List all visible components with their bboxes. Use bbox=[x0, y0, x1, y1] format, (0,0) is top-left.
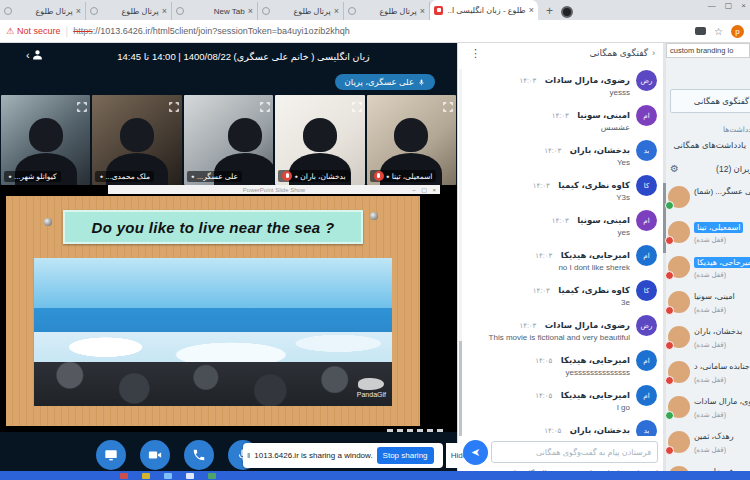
sidebar-item-public-chat[interactable]: گفتگوی همگانی bbox=[670, 89, 750, 113]
webcam-strip: ٭ کیوانلو شهر... ٭ ملک محمدی... bbox=[1, 95, 456, 185]
navigation-sidebar: custom branding lo گفتگوی همگانی یادداشت… bbox=[663, 43, 750, 480]
presentation-area: PowerPoint Slide Show – ▢ × Do you like … bbox=[0, 185, 457, 437]
webcam-name-label: ٭ ملک محمدی... bbox=[95, 171, 154, 182]
fullscreen-icon[interactable] bbox=[77, 98, 87, 116]
tab-close-icon[interactable]: × bbox=[162, 7, 167, 16]
chat-message: کا کاوه نظری، کیمیا ۱۴:۰۳ Y3s bbox=[466, 174, 657, 202]
tab-close-icon[interactable]: × bbox=[334, 7, 339, 16]
media-cast-icon[interactable] bbox=[695, 27, 706, 35]
webcam-tile[interactable]: ٭ اسمعیلی، تینا bbox=[367, 95, 456, 185]
not-secure-label: Not secure bbox=[17, 26, 61, 36]
talking-user-name: علی عسگری، پریان bbox=[345, 77, 414, 87]
chat-message: بد بدخشان، باران ۱۴:۰۳ Yes bbox=[466, 139, 657, 167]
fullscreen-icon[interactable] bbox=[260, 98, 270, 116]
screenshare-button[interactable] bbox=[96, 440, 126, 470]
participants-icon[interactable]: ‹ bbox=[26, 48, 44, 61]
user-list-item[interactable]: بدخشان، باران (قفل شده) bbox=[663, 323, 750, 358]
webcam-tile[interactable]: ٭ ملک محمدی... bbox=[92, 95, 181, 185]
address-bar[interactable]: ⚠ Not secure | https://1013.6426.ir/html… bbox=[0, 20, 750, 43]
maximize-button[interactable]: ▢ bbox=[725, 1, 733, 10]
chat-scrollbar[interactable] bbox=[459, 69, 462, 436]
star-icon: ٭ bbox=[8, 172, 12, 181]
chevron-icon[interactable]: ‹ bbox=[652, 48, 655, 58]
send-message-button[interactable]: ➤ bbox=[463, 440, 488, 465]
user-status-badge bbox=[665, 306, 674, 315]
message-time: ۱۴:۰۳ bbox=[552, 112, 569, 119]
avatar: رض bbox=[636, 315, 657, 336]
muted-mic-icon bbox=[374, 171, 384, 181]
not-secure-warning-icon: ⚠ bbox=[6, 26, 14, 36]
webcam-name-label: ٭ بدخشان، باران bbox=[278, 170, 349, 182]
user-list-item[interactable]: علی عسگر... (شما) bbox=[663, 183, 750, 218]
user-list-item[interactable]: اسمعیلی، تینا (قفل شده) bbox=[663, 218, 750, 253]
user-list-item[interactable]: میرحاجی، هیدیکا (قفل شده) bbox=[663, 253, 750, 288]
taskbar-icon[interactable] bbox=[186, 473, 194, 479]
chat-message: رض رضوی، مارال سادات ۱۴:۰۳ yesss bbox=[466, 69, 657, 97]
fullscreen-icon[interactable] bbox=[352, 98, 362, 116]
user-status-badge bbox=[665, 376, 674, 385]
phone-button[interactable] bbox=[184, 440, 214, 470]
message-sender: امیرحایی، هیدیکا bbox=[561, 390, 630, 400]
message-text: yes bbox=[466, 228, 630, 237]
meeting-header: ‹ زبان انگلیسی ( خانم علی عسگری) 1400/08… bbox=[0, 43, 457, 69]
active-browser-tab[interactable]: طلوع - زبان انگلیسی ا.. × bbox=[430, 0, 538, 20]
star-icon: ٭ bbox=[191, 172, 195, 181]
tab-close-icon[interactable]: × bbox=[529, 6, 534, 15]
message-text: This movie is fictional and very beautif… bbox=[466, 333, 630, 342]
browser-tab[interactable]: New Tab × bbox=[172, 2, 258, 20]
message-sender: امیرحایی، هیدیکا bbox=[561, 355, 630, 365]
user-status-badge bbox=[665, 446, 674, 455]
user-list-item[interactable]: رضوی، مارال سادات (قفل شده) bbox=[663, 393, 750, 428]
participant-name: اسمعیلی، تینا bbox=[392, 172, 433, 181]
taskbar-icon[interactable] bbox=[142, 473, 150, 479]
star-icon: ٭ bbox=[386, 172, 390, 181]
tab-close-icon[interactable]: × bbox=[248, 7, 253, 16]
watermark-text: PandaGif bbox=[357, 391, 386, 398]
avatar: کا bbox=[636, 175, 657, 196]
message-time: ۱۴:۰۳ bbox=[552, 217, 569, 224]
user-name: اسمعیلی، تینا bbox=[694, 222, 743, 233]
tab-close-icon[interactable]: × bbox=[76, 7, 81, 16]
chat-options-icon[interactable]: ⋮ bbox=[470, 47, 481, 60]
minimize-button[interactable]: — bbox=[708, 1, 716, 10]
window-controls: — ▢ × bbox=[708, 1, 746, 10]
webcam-tile[interactable]: ٭ علی عسگر... bbox=[184, 95, 273, 185]
os-taskbar[interactable] bbox=[0, 471, 750, 480]
close-button[interactable]: × bbox=[741, 1, 746, 10]
webcam-tile[interactable]: ٭ کیوانلو شهر... bbox=[1, 95, 90, 185]
tab-close-icon[interactable]: × bbox=[420, 7, 425, 16]
gear-icon[interactable]: ⚙ bbox=[670, 163, 679, 174]
message-text: 3e bbox=[466, 298, 630, 307]
message-time: ۱۴:۰۳ bbox=[533, 182, 550, 189]
browser-tab[interactable]: پرتال طلوع × bbox=[86, 2, 172, 20]
new-tab-button[interactable]: + bbox=[546, 4, 553, 18]
chat-message-input[interactable] bbox=[491, 441, 658, 463]
message-sender: امینی، سونیا bbox=[577, 110, 630, 120]
message-time: ۱۴:۰۳ bbox=[544, 147, 561, 154]
browser-tab[interactable]: پرتال طلوع × bbox=[0, 2, 86, 20]
bookmark-star-icon[interactable]: ☆ bbox=[714, 26, 723, 37]
custom-branding-area: custom branding lo bbox=[666, 43, 750, 58]
browser-profile-avatar[interactable]: p bbox=[731, 25, 744, 38]
browser-tab[interactable]: پرتال طلوع × bbox=[344, 2, 430, 20]
chat-message: بد بدخشان، باران ۱۴:۰۵ Yes I do bbox=[466, 419, 657, 436]
shared-window-titlebar: PowerPoint Slide Show – ▢ × bbox=[108, 185, 440, 194]
talking-indicator-pill[interactable]: علی عسگری، پریان bbox=[335, 74, 435, 90]
fullscreen-icon[interactable] bbox=[169, 98, 179, 116]
stop-sharing-button[interactable]: Stop sharing bbox=[377, 447, 434, 464]
chat-message: ام امیرحایی، هیدیکا ۱۴:۰۵ I go bbox=[466, 384, 657, 412]
user-list-item[interactable]: جنابده سامانی، د... (قفل شده) bbox=[663, 358, 750, 393]
camera-button[interactable] bbox=[140, 440, 170, 470]
webcam-tile[interactable]: ٭ بدخشان، باران bbox=[275, 95, 364, 185]
sidebar-item-shared-notes[interactable]: یادداشت‌های همگانی bbox=[673, 140, 746, 150]
browser-circle-icon[interactable] bbox=[561, 6, 573, 18]
fullscreen-icon[interactable] bbox=[443, 98, 453, 116]
browser-tab[interactable]: پرتال طلوع × bbox=[258, 2, 344, 20]
taskbar-icon[interactable] bbox=[208, 473, 216, 479]
taskbar-icon[interactable] bbox=[164, 473, 172, 479]
user-list-item[interactable]: رهدک، ثمین (قفل شده) bbox=[663, 428, 750, 463]
user-list-item[interactable]: امینی، سونیا (قفل شده) bbox=[663, 288, 750, 323]
user-name: رضوی، مارال سادات bbox=[694, 397, 750, 406]
tab-title: پرتال طلوع bbox=[273, 7, 331, 16]
taskbar-icon[interactable] bbox=[120, 473, 128, 479]
